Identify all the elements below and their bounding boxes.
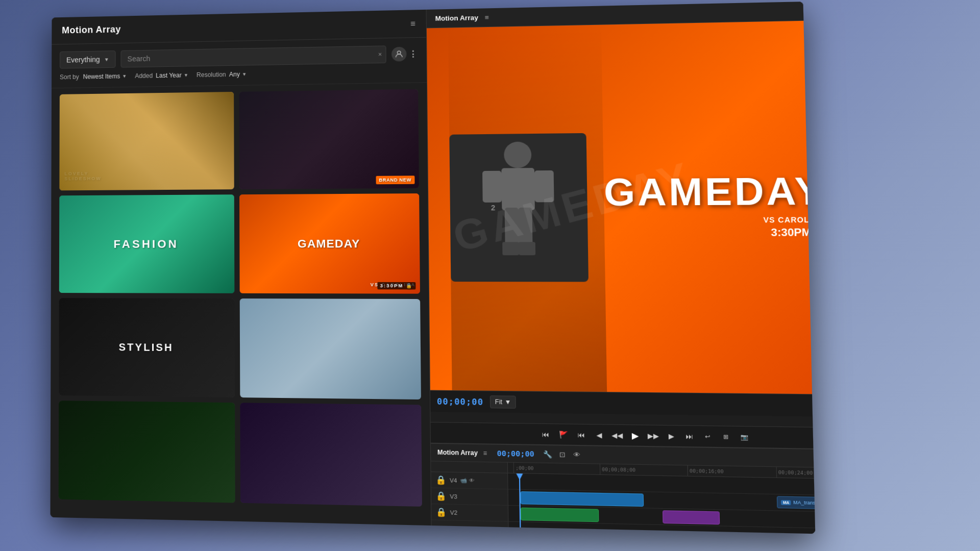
everything-dropdown[interactable]: Everything ▼ <box>60 51 116 69</box>
ma-icon: MA <box>781 500 791 505</box>
svg-point-0 <box>398 51 401 54</box>
step-back-button[interactable]: ◀ <box>593 429 605 441</box>
list-item[interactable]: GAMEDAY VS CAROLINA 3:30PM 🔒 <box>239 194 420 294</box>
list-item[interactable]: LOVELYSLIDESHOW <box>59 92 234 191</box>
camera-icon[interactable]: 📹 <box>460 478 467 484</box>
loop-button[interactable]: ↩ <box>701 431 714 443</box>
sort-section: Sort by Newest Items ▼ <box>60 72 127 81</box>
preview-time-text: 3:30PM 🔒 <box>771 226 815 239</box>
added-dropdown[interactable]: Last Year ▼ <box>156 71 188 79</box>
list-item[interactable] <box>59 400 235 503</box>
track-label-v3: 🔒 V3 <box>431 488 508 506</box>
search-row: Everything ▼ × ⋮ <box>60 45 418 68</box>
brand-new-badge: BRAND NEW <box>376 176 414 185</box>
timeline-tracks-label: 🔒 V4 📹 👁 🔒 V3 🔒 V2 <box>431 461 508 527</box>
safe-margins-button[interactable]: ⊞ <box>720 431 732 443</box>
next-edit-button[interactable]: ⏭ <box>683 430 696 442</box>
eye-icon[interactable]: 👁 <box>469 478 475 484</box>
right-motion-array-logo: Motion Array <box>435 14 478 22</box>
added-chevron-icon: ▼ <box>184 72 188 78</box>
search-input[interactable] <box>121 45 386 67</box>
timeline-tracks: MA MA_transition_pack <box>508 473 815 534</box>
resolution-chevron-icon: ▼ <box>242 71 247 77</box>
rewind-button[interactable]: ◀◀ <box>611 429 624 441</box>
fit-dropdown[interactable]: Fit ▼ <box>490 395 516 409</box>
fit-chevron-icon: ▼ <box>504 398 511 406</box>
search-area: Everything ▼ × ⋮ <box>52 38 427 89</box>
list-item[interactable] <box>240 403 422 507</box>
add-marker-button[interactable]: 🚩 <box>557 429 569 441</box>
scale-mark-16: 00;00;16;00 <box>687 465 776 477</box>
timeline-tool-track[interactable]: 👁 <box>571 449 582 460</box>
clip-blue[interactable] <box>520 491 644 507</box>
search-input-wrapper: × <box>121 45 386 67</box>
list-item[interactable]: FASHION <box>59 195 234 293</box>
play-button[interactable]: ▶ <box>629 430 642 442</box>
timeline-content: ;00;00 00;00;08;00 00;00;16;00 00;00;24;… <box>508 463 815 534</box>
scale-mark-24: 00;00;24;00 <box>776 467 815 479</box>
timeline-tools: 🔧 ⊡ 👁 <box>542 448 582 460</box>
timeline-section: Motion Array ≡ 00;00;00 🔧 ⊡ 👁 🔒 V4 <box>431 443 815 534</box>
preview-area: GAMEDAY <box>427 20 815 394</box>
filter-row: Sort by Newest Items ▼ Added Last Year ▼… <box>60 68 418 81</box>
motion-array-logo: Motion Array <box>62 24 121 36</box>
thumbnail-label: FASHION <box>114 237 179 251</box>
fast-forward-button[interactable]: ▶▶ <box>647 430 659 442</box>
svg-rect-3 <box>482 171 502 203</box>
track-label-icons-v4: 📹 👁 <box>460 478 475 484</box>
resolution-filter: Resolution Any ▼ <box>197 70 247 79</box>
timeline-timecode: 00;00;00 <box>497 449 534 458</box>
search-clear-icon[interactable]: × <box>378 51 382 58</box>
lock-v2-icon[interactable]: 🔒 <box>436 507 447 517</box>
user-account-button[interactable]: ⋮ <box>391 46 418 61</box>
time-badge: 3:30PM 🔒 <box>377 282 415 290</box>
thumbnails-grid: LOVELYSLIDESHOW BRAND NEW FASHION <box>59 89 422 507</box>
clip-purple[interactable] <box>663 510 720 524</box>
export-frame-button[interactable]: 📷 <box>738 431 751 443</box>
list-item[interactable]: BRAND NEW <box>239 89 419 190</box>
lock-v3-icon[interactable]: 🔒 <box>435 491 447 501</box>
timeline-body: 🔒 V4 📹 👁 🔒 V3 🔒 V2 <box>431 461 815 534</box>
preview-timecode: 00;00;00 <box>437 396 483 407</box>
scale-mark-8: 00;00;08;00 <box>600 464 688 476</box>
ma-transition-pack-clip[interactable]: MA MA_transition_pack <box>777 496 815 509</box>
user-icon <box>391 47 407 62</box>
right-panel: Motion Array ≡ GAMEDAY <box>427 2 816 534</box>
timeline-tool-ripple[interactable]: 🔧 <box>542 448 553 459</box>
preview-video: GAMEDAY <box>427 20 815 394</box>
svg-point-1 <box>504 142 531 168</box>
clip-green[interactable] <box>521 508 599 522</box>
sort-dropdown[interactable]: Newest Items ▼ <box>83 72 127 80</box>
hamburger-icon[interactable]: ≡ <box>410 19 415 28</box>
thumbnail-label: GAMEDAY <box>298 237 360 251</box>
screen-container: Motion Array ≡ Everything ▼ × <box>50 2 815 534</box>
scale-mark-0: ;00;00 <box>513 463 600 474</box>
added-filter: Added Last Year ▼ <box>135 71 188 80</box>
list-item[interactable]: STYLISH <box>59 298 234 397</box>
track-label-v2: 🔒 V2 <box>431 504 508 522</box>
thumbnail-label: STYLISH <box>119 341 174 354</box>
everything-chevron-icon: ▼ <box>104 57 109 62</box>
resolution-dropdown[interactable]: Any ▼ <box>229 70 247 78</box>
grid-area: LOVELYSLIDESHOW BRAND NEW FASHION <box>50 83 431 525</box>
timeline-hamburger-icon[interactable]: ≡ <box>483 449 487 457</box>
track-label-v4: 🔒 V4 📹 👁 <box>431 472 507 489</box>
right-hamburger-icon[interactable]: ≡ <box>485 13 489 21</box>
step-forward-button[interactable]: ▶ <box>665 430 678 442</box>
timeline-motion-array-logo: Motion Array <box>437 448 478 457</box>
preview-gameday: GAMEDAY <box>427 20 815 394</box>
lock-v4-icon[interactable]: 🔒 <box>435 475 447 485</box>
previous-edit-button[interactable]: ⏮ <box>575 429 587 441</box>
sort-chevron-icon: ▼ <box>122 73 127 79</box>
left-panel: Motion Array ≡ Everything ▼ × <box>50 10 431 525</box>
preview-vs-text: VS CAROLINA <box>763 215 815 224</box>
go-to-in-button[interactable]: ⏮ <box>540 428 552 440</box>
list-item[interactable] <box>239 298 421 399</box>
timeline-tool-clip[interactable]: ⊡ <box>556 449 568 460</box>
dots-menu-icon[interactable]: ⋮ <box>409 49 418 59</box>
